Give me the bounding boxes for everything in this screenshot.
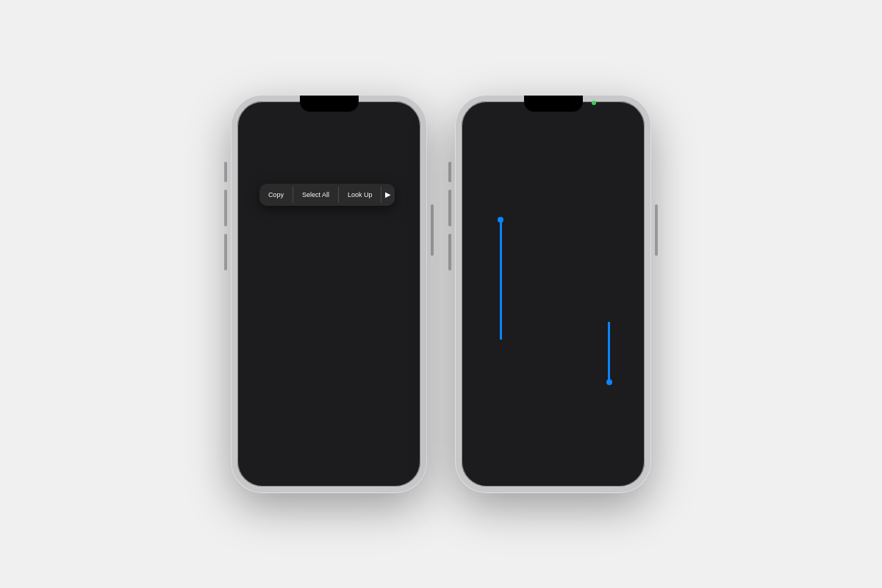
svg-rect-9	[623, 417, 626, 420]
live-photo-icon[interactable]	[395, 108, 410, 123]
right-controls: RAW	[373, 108, 410, 123]
camera-bottom-right: SLO-MO VIDEO PHOTO PORTRAIT PANO ↻	[462, 430, 645, 475]
flip-camera-button-right[interactable]: ↻	[614, 450, 630, 466]
home-bar-left	[307, 480, 351, 482]
left-phone: ⚡ 0.0 Inhibited ⌃ RAW	[232, 96, 426, 492]
power-button	[431, 204, 434, 256]
exposure-label-right: Inhibited	[492, 117, 509, 121]
svg-rect-8	[629, 412, 632, 415]
home-indicator-left	[237, 475, 420, 487]
exposure-control[interactable]: 0.0 Inhibited	[268, 110, 285, 121]
svg-rect-0	[399, 412, 402, 415]
camera-active-dot	[592, 101, 596, 105]
photo-thumbnail-left[interactable]	[252, 450, 273, 466]
shutter-button-left[interactable]	[316, 442, 347, 473]
ocr-script1-right: Thank You	[510, 277, 603, 288]
raw-badge-right[interactable]: RAW	[598, 112, 615, 120]
mode-slomo-left[interactable]: SLO-MO	[267, 433, 288, 438]
swipe-banner-left: Swipe or tap to select text.	[237, 129, 420, 144]
mode-portrait-right[interactable]: PORTRAIT	[567, 433, 595, 438]
scan-button-left[interactable]	[394, 406, 413, 426]
notch-left	[300, 96, 359, 112]
ocr-script2-right: for making a difference	[510, 290, 565, 297]
home-bar-right	[531, 480, 576, 482]
exposure-number-right: 0.0	[496, 110, 506, 117]
copy-button[interactable]: Copy	[259, 187, 293, 203]
zoom-2x-left[interactable]: 2	[338, 414, 342, 421]
look-up-button[interactable]: Look Up	[339, 187, 382, 203]
exposure-number: 0.0	[272, 110, 282, 117]
camera-ui-left: ⚡ 0.0 Inhibited ⌃ RAW	[237, 101, 420, 487]
zoom-controls-left: .5 1× 2	[309, 411, 349, 424]
ocr-text-box-left[interactable]: Your support of Hershey is an opportunit…	[278, 226, 387, 304]
shutter-inner-left	[319, 445, 344, 470]
mode-photo-left[interactable]: PHOTO	[318, 433, 337, 438]
zoom-1x-left[interactable]: 1×	[326, 414, 334, 421]
context-menu-left: Copy Select All Look Up ▶	[259, 184, 395, 206]
mode-video-right[interactable]: VIDEO	[518, 433, 535, 438]
zoom-2x-right[interactable]: 2	[562, 414, 566, 421]
phone-screen-right: ⚡ 0.0 Inhibited ⌃ RAW	[462, 101, 645, 487]
mode-video-left[interactable]: VIDEO	[294, 433, 311, 438]
camera-bottom-left: SLO-MO VIDEO PHOTO PORTRAIT PANO ↻	[237, 430, 420, 475]
ocr-url-right[interactable]: www.mhskids.org	[510, 268, 603, 276]
ocr-script1-left: Thank You	[285, 276, 380, 287]
camera-controls-left: ↻	[237, 442, 420, 473]
camera-modes-left: SLO-MO VIDEO PHOTO PORTRAIT PANO	[237, 433, 420, 438]
volume-up-button	[224, 190, 227, 226]
left-controls-right: ⚡ 0.0 Inhibited	[472, 107, 509, 123]
live-photo-icon-right[interactable]	[620, 108, 634, 123]
exposure-control-right[interactable]: 0.0 Inhibited	[492, 110, 509, 121]
zoom-1x-right[interactable]: 1×	[551, 414, 558, 421]
raw-badge[interactable]: RAW	[373, 112, 391, 120]
mute-switch-right	[448, 162, 451, 182]
camera-ui-right: ⚡ 0.0 Inhibited ⌃ RAW	[462, 101, 645, 487]
svg-rect-7	[623, 412, 626, 415]
right-controls-right: RAW	[598, 108, 634, 123]
mode-slomo-right[interactable]: SLO-MO	[491, 433, 512, 438]
power-button-right	[655, 204, 658, 256]
flash-icon-right[interactable]: ⚡	[472, 107, 488, 123]
camera-controls-right: ↻	[462, 442, 645, 473]
volume-down-button-right	[448, 234, 451, 270]
svg-rect-1	[405, 412, 408, 415]
more-options-button[interactable]: ▶	[381, 188, 395, 201]
home-indicator-right	[462, 475, 645, 487]
mute-switch	[224, 162, 227, 182]
shutter-button-right[interactable]	[540, 442, 571, 473]
right-phone: ⚡ 0.0 Inhibited ⌃ RAW	[456, 96, 650, 492]
cursor-handle-right-right	[608, 322, 610, 382]
live-inner-circle-right	[625, 113, 629, 118]
exposure-label: Inhibited	[268, 117, 285, 121]
select-all-button[interactable]: Select All	[293, 187, 339, 203]
photo-thumbnail-right[interactable]	[476, 450, 497, 466]
cursor-handle-left-right	[500, 220, 502, 340]
ocr-text-box-right[interactable]: Your support of Hershey is an opportunit…	[502, 226, 612, 306]
phone-screen-left: ⚡ 0.0 Inhibited ⌃ RAW	[237, 101, 420, 487]
zoom-half-right[interactable]: .5	[540, 414, 546, 421]
ocr-url-left[interactable]: www.mhskids.org	[285, 268, 380, 275]
mode-pano-right[interactable]: PANO	[600, 433, 616, 438]
zoom-half-left[interactable]: .5	[316, 414, 322, 421]
ocr-main-text-right: Your support of Hershey is an opportunit…	[510, 234, 596, 266]
volume-down-button	[224, 234, 227, 270]
camera-viewport-left: Swipe or tap to select text. Copy Select…	[237, 129, 420, 430]
live-inner-circle	[401, 113, 405, 118]
flash-icon[interactable]: ⚡	[248, 107, 264, 123]
shutter-inner-right	[543, 445, 568, 470]
ocr-script2-left: for making a difference	[285, 290, 340, 296]
mode-photo-right[interactable]: PHOTO	[542, 433, 561, 438]
left-controls: ⚡ 0.0 Inhibited	[248, 107, 285, 123]
flip-camera-button-left[interactable]: ↻	[390, 450, 406, 466]
ocr-main-text-left: Your support of Hershey is an opportunit…	[285, 234, 380, 265]
zoom-controls-right: .5 1× 2	[533, 411, 573, 424]
volume-up-button-right	[448, 190, 451, 226]
scan-button-right[interactable]	[618, 406, 637, 426]
mode-portrait-left[interactable]: PORTRAIT	[343, 433, 370, 438]
camera-viewport-right: Swipe or tap to select text. Your suppor…	[462, 129, 645, 430]
camera-modes-right: SLO-MO VIDEO PHOTO PORTRAIT PANO	[462, 433, 645, 438]
swipe-banner-right: Swipe or tap to select text.	[462, 129, 645, 144]
mode-pano-left[interactable]: PANO	[376, 433, 392, 438]
svg-rect-2	[399, 417, 402, 420]
notch-right	[524, 96, 583, 112]
